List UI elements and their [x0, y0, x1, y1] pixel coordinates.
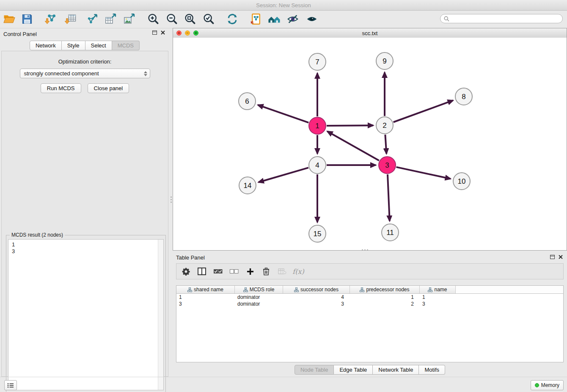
tab-network[interactable]: Network	[30, 41, 62, 50]
show-columns-button[interactable]	[197, 266, 207, 276]
graph-edge-2-3[interactable]	[385, 135, 386, 154]
network-canvas[interactable]: 7968123410141511	[173, 38, 567, 250]
close-panel-button[interactable]: Close panel	[88, 83, 129, 93]
graph-edge-4-14[interactable]	[259, 168, 308, 182]
import-table-icon	[64, 13, 77, 25]
table-cell: dominator	[235, 294, 283, 301]
minimize-window-icon[interactable]	[185, 30, 190, 36]
table-row[interactable]: 3dominator323	[176, 301, 563, 307]
zoom-fit-button[interactable]	[183, 12, 197, 26]
network-window-titlebar[interactable]: scc.txt	[173, 28, 567, 38]
column-header-label: name	[434, 287, 447, 293]
delete-column-button[interactable]	[261, 266, 271, 276]
zoom-out-button[interactable]	[165, 12, 179, 26]
run-mcds-button[interactable]: Run MCDS	[41, 83, 81, 93]
float-panel-icon[interactable]	[152, 30, 157, 35]
result-scrollbar[interactable]	[158, 240, 163, 390]
home-button[interactable]	[267, 12, 281, 26]
tab-edge-table[interactable]: Edge Table	[334, 365, 373, 375]
status-bar: Memory	[0, 377, 567, 392]
search-field[interactable]	[440, 14, 563, 23]
tab-motifs[interactable]: Motifs	[419, 365, 445, 375]
table-cell: 3	[420, 301, 456, 307]
table-settings-button[interactable]	[181, 266, 191, 276]
criterion-select[interactable]: strongly connected component	[20, 69, 150, 78]
delete-table-button[interactable]	[277, 266, 287, 276]
graph-edge-3-11[interactable]	[388, 174, 390, 221]
columns-icon	[198, 268, 206, 275]
float-table-panel-icon[interactable]	[550, 255, 555, 259]
zoom-in-button[interactable]	[146, 12, 160, 26]
graph-edge-3-1[interactable]	[328, 131, 379, 160]
tab-style[interactable]: Style	[62, 41, 85, 50]
column-header-name[interactable]: name	[420, 286, 456, 293]
close-table-panel-icon[interactable]	[559, 255, 563, 259]
column-type-icon	[187, 287, 192, 292]
graph-node-label: 4	[315, 161, 319, 169]
style-details-button[interactable]	[286, 12, 300, 26]
apply-layout-button[interactable]	[225, 12, 239, 26]
open-file-button[interactable]	[2, 12, 17, 26]
export-image-icon	[123, 13, 135, 25]
export-table-icon	[104, 13, 117, 25]
graph-node-label: 14	[244, 182, 252, 190]
graph-edge-2-8[interactable]	[394, 100, 453, 122]
export-table-button[interactable]	[103, 12, 118, 26]
import-network-button[interactable]	[43, 12, 58, 26]
table-cell: dominator	[235, 301, 283, 307]
show-hide-details-button[interactable]	[305, 12, 319, 26]
list-icon	[7, 383, 14, 388]
export-network-button[interactable]	[85, 12, 99, 26]
memory-button[interactable]: Memory	[531, 380, 564, 390]
maximize-window-icon[interactable]	[193, 30, 198, 36]
table-cell: 3	[176, 301, 235, 307]
graph-node-label: 9	[383, 57, 386, 65]
mcds-result-box[interactable]: 13	[8, 239, 164, 390]
tab-node-table[interactable]: Node Table	[295, 365, 334, 375]
column-header-shared-name[interactable]: shared name	[176, 286, 235, 293]
control-panel: Control Panel NetworkStyleSelectMCDS Opt…	[0, 28, 169, 377]
window-title: Session: New Session	[256, 2, 311, 8]
task-history-button[interactable]	[4, 380, 17, 390]
close-window-icon[interactable]	[176, 30, 182, 36]
deselect-all-button[interactable]	[229, 266, 239, 276]
delete-table-icon	[278, 268, 286, 275]
table-cell: 1	[420, 294, 456, 301]
table-panel-tabs: Node TableEdge TableNetwork TableMotifs	[173, 365, 567, 375]
table-cell: 2	[350, 301, 420, 307]
column-header-MCDS-role[interactable]: MCDS role	[235, 286, 283, 293]
graph-node-label: 3	[385, 161, 389, 169]
graph-node-label: 15	[314, 230, 322, 238]
close-panel-icon[interactable]	[161, 30, 165, 35]
network-graph: 7968123410141511	[173, 38, 567, 250]
export-image-button[interactable]	[122, 12, 136, 26]
function-builder-button[interactable]: f(x)	[293, 266, 303, 276]
mcds-result-line: 3	[12, 248, 163, 255]
network-overview-button[interactable]	[249, 12, 263, 26]
zoom-selected-button[interactable]	[201, 12, 216, 26]
graph-edge-1-2[interactable]	[327, 125, 373, 126]
zoom-in-icon	[147, 13, 160, 25]
column-header-successor-nodes[interactable]: successor nodes	[283, 286, 350, 293]
table-panel-title: Table Panel	[176, 254, 205, 261]
tab-select[interactable]: Select	[85, 41, 112, 50]
tab-mcds[interactable]: MCDS	[112, 41, 140, 50]
add-column-button[interactable]	[245, 266, 255, 276]
table-body: 1dominator4113dominator323	[176, 294, 563, 307]
horizontal-splitter[interactable]	[362, 249, 368, 251]
mcds-panel: Optimization criterion: strongly connect…	[1, 51, 168, 377]
vertical-splitter[interactable]	[169, 28, 173, 377]
table-row[interactable]: 1dominator411	[176, 294, 563, 301]
column-header-predecessor-nodes[interactable]: predecessor nodes	[350, 286, 420, 293]
table-cell: 1	[350, 294, 420, 301]
table-cell: 1	[176, 294, 235, 301]
graph-edge-3-10[interactable]	[396, 167, 451, 179]
graph-edge-1-6[interactable]	[258, 105, 309, 123]
import-table-button[interactable]	[63, 12, 77, 26]
tab-network-table[interactable]: Network Table	[373, 365, 419, 375]
search-input[interactable]	[451, 15, 559, 22]
criterion-select-value: strongly connected component	[24, 70, 144, 77]
zoom-out-icon	[165, 13, 178, 25]
save-session-button[interactable]	[20, 12, 34, 26]
select-all-button[interactable]	[213, 266, 223, 276]
